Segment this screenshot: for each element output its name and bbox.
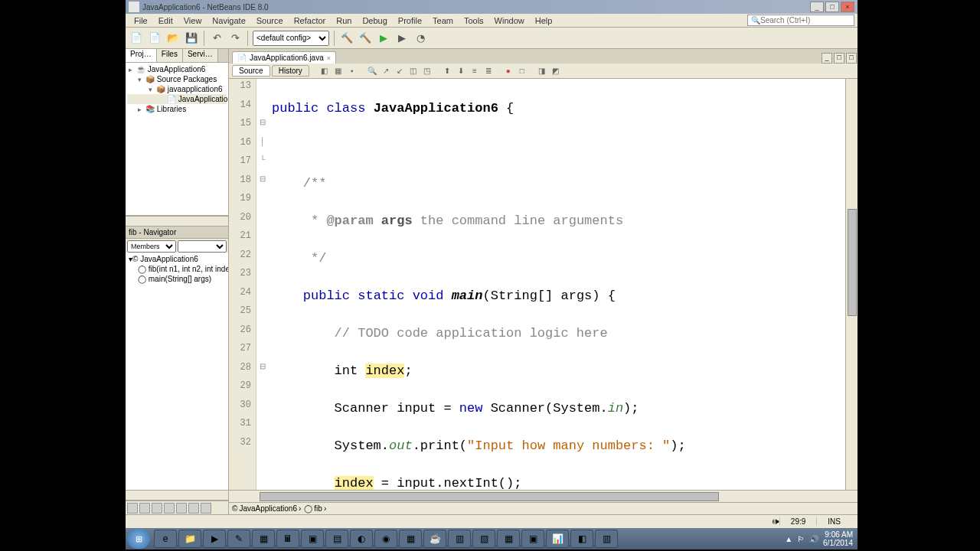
menu-file[interactable]: File [129, 15, 153, 26]
taskbar-explorer-icon[interactable]: 📁 [178, 530, 201, 548]
taskbar-app-icon[interactable]: ▣ [521, 530, 544, 548]
search-box[interactable]: 🔍 [747, 15, 854, 26]
taskbar-ie-icon[interactable]: e [154, 530, 177, 548]
menu-window[interactable]: Window [489, 15, 530, 26]
editor-tab[interactable]: 📄 JavaApplication6.java × [232, 51, 336, 64]
toolbar-icon[interactable]: ⬇ [455, 65, 467, 77]
tray-icon[interactable]: 🏳 [797, 535, 805, 543]
menu-help[interactable]: Help [530, 15, 558, 26]
project-tree-hscroll[interactable] [126, 216, 228, 227]
menu-debug[interactable]: Debug [357, 15, 392, 26]
tab-services[interactable]: Servi… [183, 49, 218, 62]
taskbar-chrome-icon[interactable]: ◉ [374, 530, 397, 548]
toolbar-icon[interactable]: ≡ [469, 65, 481, 77]
code-editor[interactable]: public class JavaApplication6 { /** * @p… [269, 79, 845, 490]
nav-filter-icon[interactable] [201, 503, 211, 514]
build-icon[interactable]: 🔨 [339, 31, 354, 46]
profile-icon[interactable]: ◔ [413, 31, 428, 46]
system-tray[interactable]: ▲ 🏳 🔊 9:06 AM 6/1/2014 [785, 530, 856, 547]
menu-refactor[interactable]: Refactor [289, 15, 332, 26]
toolbar-icon[interactable]: ● [502, 65, 514, 77]
menu-profile[interactable]: Profile [393, 15, 427, 26]
toolbar-icon[interactable]: ◳ [421, 65, 433, 77]
nav-filter-icon[interactable] [188, 503, 199, 514]
close-button[interactable]: × [841, 2, 854, 12]
clock[interactable]: 9:06 AM 6/1/2014 [823, 530, 853, 547]
taskbar-app-icon[interactable]: ▦ [399, 530, 422, 548]
line-number-gutter[interactable]: 1314151617181920212223242526272829303132 [229, 79, 256, 490]
nav-filter-icon[interactable] [164, 503, 175, 514]
project-tree[interactable]: ▸☕ JavaApplication6 ▾📦 Source Packages ▾… [126, 63, 228, 216]
editor-restore-icon[interactable]: □ [834, 53, 844, 64]
nav-filter-icon[interactable] [152, 503, 162, 514]
navigator-view-select[interactable]: Members [127, 240, 176, 253]
nav-filter-icon[interactable] [127, 503, 138, 514]
menu-team[interactable]: Team [427, 15, 459, 26]
menu-run[interactable]: Run [331, 15, 357, 26]
taskbar-app-icon[interactable]: ▥ [595, 530, 618, 548]
close-tab-icon[interactable]: × [327, 54, 331, 62]
toolbar-icon[interactable]: ▦ [332, 65, 345, 77]
save-all-icon[interactable]: 💾 [184, 31, 199, 46]
undo-icon[interactable]: ↶ [209, 31, 224, 46]
menu-view[interactable]: View [178, 15, 207, 26]
navigator-filter-select[interactable] [178, 240, 227, 253]
maximize-button[interactable]: □ [825, 2, 839, 12]
debug-icon[interactable]: ▶ [394, 31, 410, 46]
editor-vscroll[interactable] [845, 79, 858, 490]
redo-icon[interactable]: ↷ [227, 31, 243, 46]
toolbar-icon[interactable]: ◧ [318, 65, 331, 77]
start-button[interactable]: ⊞ [127, 529, 150, 549]
new-file-icon[interactable]: 📄 [129, 31, 144, 46]
toolbar-icon[interactable]: 🔍 [366, 65, 378, 77]
navigator-tree[interactable]: ▾© JavaApplication6 ◯ fib(int n1, int n2… [126, 253, 228, 490]
run-icon[interactable]: ▶ [376, 31, 391, 46]
navigator-hscroll[interactable] [126, 490, 228, 500]
toolbar-icon[interactable]: ⬆ [441, 65, 453, 77]
taskbar-app-icon[interactable]: ▦ [497, 530, 520, 548]
tray-icon[interactable]: 🔊 [809, 535, 818, 543]
taskbar-calc-icon[interactable]: 🖩 [276, 530, 299, 548]
toolbar-icon[interactable]: ↗ [380, 65, 392, 77]
taskbar-app-icon[interactable]: ▤ [325, 530, 348, 548]
minimize-button[interactable]: _ [810, 2, 824, 12]
nav-filter-icon[interactable] [176, 503, 187, 514]
taskbar-app-icon[interactable]: ◐ [350, 530, 373, 548]
taskbar-app-icon[interactable]: ▥ [448, 530, 471, 548]
editor-hscroll[interactable] [229, 490, 858, 502]
tray-icon[interactable]: ▲ [785, 535, 792, 543]
clean-build-icon[interactable]: 🔨 [358, 31, 373, 46]
editor-maximize-icon[interactable]: □ [846, 53, 857, 64]
menu-edit[interactable]: Edit [153, 15, 178, 26]
toolbar-icon[interactable]: □ [516, 65, 528, 77]
taskbar-app-icon[interactable]: ☕ [423, 530, 446, 548]
toolbar-icon[interactable]: ◩ [550, 65, 562, 77]
taskbar-app-icon[interactable]: ▦ [252, 530, 275, 548]
taskbar-app-icon[interactable]: ✎ [227, 530, 250, 548]
menu-navigate[interactable]: Navigate [207, 15, 250, 26]
taskbar-app-icon[interactable]: 📊 [546, 530, 569, 548]
config-select[interactable]: <default config> [253, 31, 329, 46]
breadcrumb-method[interactable]: ◯ fib › [304, 504, 326, 513]
tab-files[interactable]: Files [157, 49, 183, 62]
toolbar-icon[interactable]: ◫ [407, 65, 420, 77]
taskbar-netbeans-icon[interactable]: ◧ [570, 530, 593, 548]
open-icon[interactable]: 📂 [165, 31, 181, 46]
taskbar-app-icon[interactable]: ▣ [301, 530, 324, 548]
taskbar-app-icon[interactable]: ▧ [472, 530, 495, 548]
history-tab[interactable]: History [272, 65, 309, 77]
notifications-icon[interactable]: 🕪 [772, 517, 779, 526]
new-project-icon[interactable]: 📄 [147, 31, 162, 46]
source-tab[interactable]: Source [232, 65, 270, 77]
taskbar-media-icon[interactable]: ▶ [203, 530, 226, 548]
breadcrumb-class[interactable]: © JavaApplication6 › [232, 504, 301, 513]
nav-filter-icon[interactable] [139, 503, 150, 514]
editor-minimize-icon[interactable]: _ [822, 53, 832, 64]
toolbar-icon[interactable]: ◨ [536, 65, 548, 77]
toolbar-icon[interactable]: ↙ [394, 65, 406, 77]
menu-tools[interactable]: Tools [459, 15, 489, 26]
menu-source[interactable]: Source [251, 15, 289, 26]
toolbar-icon[interactable]: ▪ [346, 65, 358, 77]
search-input[interactable] [760, 16, 844, 24]
tab-projects[interactable]: Proj… [126, 49, 157, 62]
